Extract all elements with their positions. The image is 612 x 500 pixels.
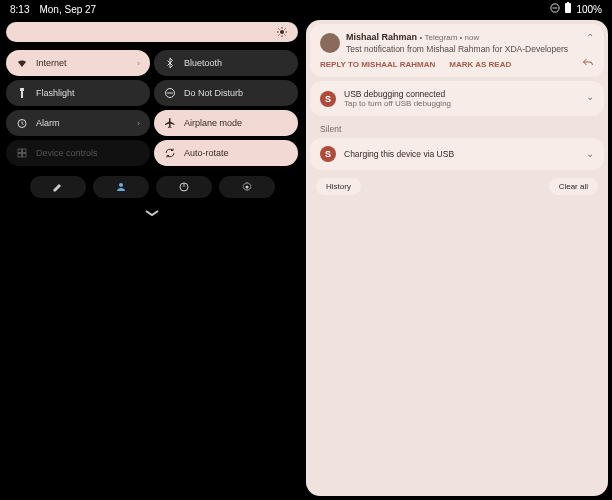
- chevron-right-icon: ›: [137, 59, 140, 68]
- qs-tile-dnd[interactable]: Do Not Disturb: [154, 80, 298, 106]
- dnd-status-icon: [550, 3, 560, 15]
- chevron-up-icon[interactable]: ⌃: [586, 32, 594, 43]
- qs-tile-rotate[interactable]: Auto-rotate: [154, 140, 298, 166]
- wifi-icon: [16, 57, 28, 69]
- qs-tile-home[interactable]: Device controls: [6, 140, 150, 166]
- bluetooth-icon: [164, 57, 176, 69]
- mark-read-action[interactable]: MARK AS READ: [449, 60, 511, 69]
- notification-usb-debug[interactable]: S USB debugging connected Tap to turn of…: [310, 81, 604, 116]
- notification-charging[interactable]: S Charging this device via USB ⌄: [310, 138, 604, 170]
- flashlight-icon: [16, 87, 28, 99]
- notif-sender: Mishaal Rahman: [346, 32, 417, 42]
- notification-panel: Mishaal Rahman • Telegram • now Test not…: [306, 20, 608, 496]
- settings-button[interactable]: [219, 176, 275, 198]
- notif-body: Test notification from Mishaal Rahman fo…: [346, 44, 568, 54]
- clear-all-button[interactable]: Clear all: [549, 178, 598, 195]
- expand-handle[interactable]: [6, 206, 298, 220]
- user-button[interactable]: [93, 176, 149, 198]
- chevron-right-icon: ›: [137, 119, 140, 128]
- qs-label: Alarm: [36, 118, 129, 128]
- qs-label: Airplane mode: [184, 118, 288, 128]
- qs-tile-bluetooth[interactable]: Bluetooth: [154, 50, 298, 76]
- notification-telegram[interactable]: Mishaal Rahman • Telegram • now Test not…: [310, 24, 604, 77]
- svg-rect-13: [20, 88, 24, 91]
- home-icon: [16, 147, 28, 159]
- svg-point-27: [245, 186, 248, 189]
- qs-tile-airplane[interactable]: Airplane mode: [154, 110, 298, 136]
- rotate-icon: [164, 147, 176, 159]
- chevron-down-icon[interactable]: ⌄: [586, 148, 594, 159]
- qs-tile-flashlight[interactable]: Flashlight: [6, 80, 150, 106]
- charging-title: Charging this device via USB: [344, 149, 454, 159]
- history-button[interactable]: History: [316, 178, 361, 195]
- brightness-icon: [276, 26, 288, 38]
- svg-point-4: [280, 30, 284, 34]
- svg-rect-21: [23, 149, 27, 153]
- qs-label: Bluetooth: [184, 58, 288, 68]
- alarm-icon: [16, 117, 28, 129]
- airplane-icon: [164, 117, 176, 129]
- status-time: 8:13: [10, 4, 29, 15]
- dnd-icon: [164, 87, 176, 99]
- status-bar: 8:13 Mon, Sep 27 100%: [0, 0, 612, 18]
- brightness-slider[interactable]: [6, 22, 298, 42]
- svg-line-12: [285, 29, 286, 30]
- usb-debug-title: USB debugging connected: [344, 89, 451, 99]
- svg-point-24: [119, 183, 123, 187]
- reply-icon[interactable]: [582, 57, 594, 69]
- qs-label: Internet: [36, 58, 129, 68]
- svg-line-19: [22, 124, 24, 125]
- status-date: Mon, Sep 27: [39, 4, 96, 15]
- reply-action[interactable]: REPLY TO MISHAAL RAHMAN: [320, 60, 435, 69]
- svg-rect-2: [565, 3, 571, 13]
- svg-rect-20: [18, 149, 22, 153]
- system-icon: S: [320, 146, 336, 162]
- svg-line-10: [285, 35, 286, 36]
- system-icon: S: [320, 91, 336, 107]
- qs-label: Flashlight: [36, 88, 140, 98]
- chevron-down-icon[interactable]: ⌄: [586, 91, 594, 102]
- svg-rect-23: [23, 154, 27, 158]
- quick-settings-panel: Internet›BluetoothFlashlightDo Not Distu…: [0, 18, 304, 500]
- avatar: [320, 33, 340, 53]
- qs-label: Do Not Disturb: [184, 88, 288, 98]
- svg-rect-22: [18, 154, 22, 158]
- qs-tile-alarm[interactable]: Alarm›: [6, 110, 150, 136]
- svg-rect-14: [21, 91, 23, 98]
- svg-rect-3: [567, 2, 569, 3]
- qs-tile-wifi[interactable]: Internet›: [6, 50, 150, 76]
- silent-section-label: Silent: [310, 120, 604, 138]
- qs-label: Device controls: [36, 148, 140, 158]
- power-button[interactable]: [156, 176, 212, 198]
- usb-debug-sub: Tap to turn off USB debugging: [344, 99, 451, 108]
- battery-pct: 100%: [576, 4, 602, 15]
- qs-label: Auto-rotate: [184, 148, 288, 158]
- edit-button[interactable]: [30, 176, 86, 198]
- battery-icon: [564, 2, 572, 16]
- svg-line-9: [279, 29, 280, 30]
- svg-line-11: [279, 35, 280, 36]
